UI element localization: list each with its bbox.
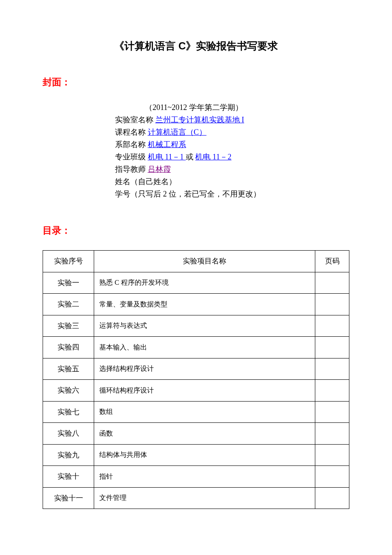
header-seq: 实验序号 bbox=[43, 251, 94, 272]
page-title: 《计算机语言 C》实验报告书写要求 bbox=[43, 38, 349, 54]
cell-seq: 实验十 bbox=[43, 466, 94, 488]
toc-section-label: 目录： bbox=[43, 223, 349, 237]
cell-page bbox=[315, 487, 349, 509]
cell-name: 常量、变量及数据类型 bbox=[94, 294, 315, 315]
semester-line: （2011~2012 学年第二学期） bbox=[145, 102, 349, 113]
cell-name: 熟悉 C 程序的开发环境 bbox=[94, 272, 315, 294]
table-row: 实验七 数组 bbox=[43, 401, 349, 423]
cell-page bbox=[315, 315, 349, 337]
table-row: 实验一 熟悉 C 程序的开发环境 bbox=[43, 272, 349, 294]
cell-name: 基本输入、输出 bbox=[94, 337, 315, 358]
table-row: 实验八 函数 bbox=[43, 423, 349, 445]
cell-name: 结构体与共用体 bbox=[94, 444, 315, 466]
cover-info: （2011~2012 学年第二学期） 实验室名称 兰州工专计算机实践基地 I 课… bbox=[115, 102, 349, 200]
cover-section-label: 封面： bbox=[43, 75, 349, 89]
table-row: 实验十一 文件管理 bbox=[43, 487, 349, 509]
dept-label: 系部名称 bbox=[115, 140, 148, 149]
dept-row: 系部名称 机械工程系 bbox=[115, 139, 349, 150]
class-value1-link[interactable]: 机电 11－1 bbox=[148, 153, 186, 161]
cell-seq: 实验五 bbox=[43, 358, 94, 380]
name-row: 姓名（自己姓名） bbox=[115, 176, 349, 188]
teacher-label: 指导教师 bbox=[115, 165, 148, 173]
id-row: 学号（只写后 2 位，若已写全，不用更改） bbox=[115, 188, 349, 200]
table-row: 实验五 选择结构程序设计 bbox=[43, 358, 349, 380]
cell-page bbox=[315, 444, 349, 466]
cell-seq: 实验九 bbox=[43, 444, 94, 466]
cell-name: 选择结构程序设计 bbox=[94, 358, 315, 380]
cell-seq: 实验八 bbox=[43, 423, 94, 445]
dept-value-link[interactable]: 机械工程系 bbox=[148, 140, 186, 149]
class-label: 专业班级 bbox=[115, 153, 148, 161]
cell-seq: 实验七 bbox=[43, 401, 94, 423]
course-value-link[interactable]: 计算机语言（C） bbox=[148, 128, 207, 136]
cell-page bbox=[315, 423, 349, 445]
header-page: 页码 bbox=[315, 251, 349, 272]
table-row: 实验六 循环结构程序设计 bbox=[43, 380, 349, 402]
cell-seq: 实验二 bbox=[43, 294, 94, 315]
table-row: 实验九 结构体与共用体 bbox=[43, 444, 349, 466]
cell-seq: 实验三 bbox=[43, 315, 94, 337]
table-row: 实验三 运算符与表达式 bbox=[43, 315, 349, 337]
lab-label: 实验室名称 bbox=[115, 116, 156, 124]
class-or-text: 或 bbox=[186, 153, 196, 161]
cell-name: 指针 bbox=[94, 466, 315, 488]
table-header-row: 实验序号 实验项目名称 页码 bbox=[43, 251, 349, 272]
cell-page bbox=[315, 358, 349, 380]
lab-row: 实验室名称 兰州工专计算机实践基地 I bbox=[115, 114, 349, 126]
toc-table: 实验序号 实验项目名称 页码 实验一 熟悉 C 程序的开发环境 实验二 常量、变… bbox=[43, 250, 349, 509]
lab-value-link[interactable]: 兰州工专计算机实践基地 I bbox=[156, 116, 245, 124]
cell-page bbox=[315, 272, 349, 294]
cell-seq: 实验六 bbox=[43, 380, 94, 402]
table-row: 实验二 常量、变量及数据类型 bbox=[43, 294, 349, 315]
course-row: 课程名称 计算机语言（C） bbox=[115, 127, 349, 138]
course-label: 课程名称 bbox=[115, 128, 148, 136]
cell-seq: 实验四 bbox=[43, 337, 94, 358]
cell-name: 文件管理 bbox=[94, 487, 315, 509]
table-row: 实验十 指针 bbox=[43, 466, 349, 488]
cell-name: 运算符与表达式 bbox=[94, 315, 315, 337]
cell-seq: 实验十一 bbox=[43, 487, 94, 509]
cell-page bbox=[315, 401, 349, 423]
cell-page bbox=[315, 466, 349, 488]
cell-name: 函数 bbox=[94, 423, 315, 445]
cell-page bbox=[315, 380, 349, 402]
teacher-value-link[interactable]: 吕林霞 bbox=[148, 165, 171, 173]
cell-page bbox=[315, 294, 349, 315]
cell-name: 循环结构程序设计 bbox=[94, 380, 315, 402]
cell-page bbox=[315, 337, 349, 358]
teacher-row: 指导教师 吕林霞 bbox=[115, 164, 349, 175]
table-row: 实验四 基本输入、输出 bbox=[43, 337, 349, 358]
class-value2-link[interactable]: 机电 11－2 bbox=[195, 153, 231, 161]
cell-name: 数组 bbox=[94, 401, 315, 423]
header-name: 实验项目名称 bbox=[94, 251, 315, 272]
class-row: 专业班级 机电 11－1 或 机电 11－2 bbox=[115, 151, 349, 163]
cell-seq: 实验一 bbox=[43, 272, 94, 294]
